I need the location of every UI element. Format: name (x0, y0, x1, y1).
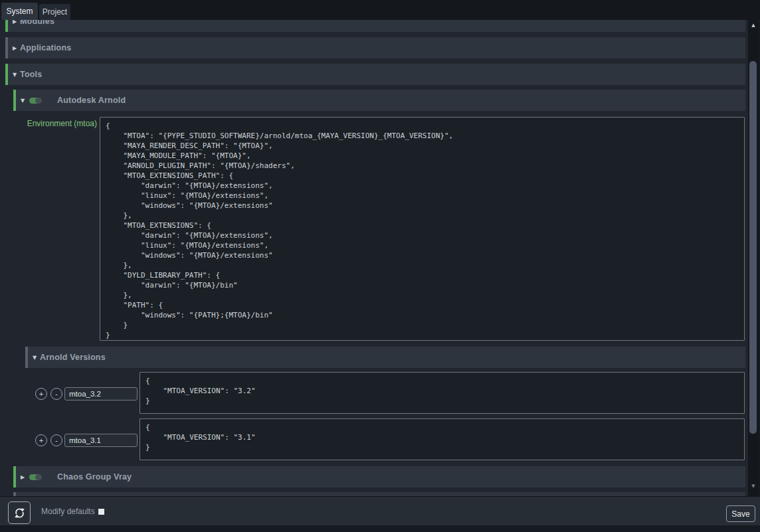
chevron-down-icon: ▼ (16, 98, 28, 104)
environment-mtoa-label: Environment (mtoa) (19, 119, 97, 128)
environment-json-editor[interactable]: { "MTOA": "{PYPE_STUDIO_SOFTWARE}/arnold… (100, 117, 745, 341)
version-json-editor[interactable]: { "MTOA_VERSION": "3.1" } (140, 418, 745, 460)
footer-bar: Modify defaults Save (0, 496, 760, 525)
subsection-title-chaos-group-vray: Chaos Group Vray (57, 472, 132, 482)
version-name-input[interactable] (64, 434, 138, 447)
section-header-modules[interactable]: ▶ Modules (5, 20, 745, 32)
arnold-enabled-toggle[interactable] (29, 98, 41, 104)
modify-defaults-label: Modify defaults (41, 497, 95, 525)
subsection-header-arnold-versions[interactable]: ▼ Arnold Versions (25, 347, 745, 368)
subsection-header-chaos-group-vray[interactable]: ▶ Chaos Group Vray (13, 466, 745, 488)
chevron-down-icon: ▼ (28, 355, 40, 361)
section-modules-clip: ▶ Modules (5, 20, 745, 32)
section-title-tools: Tools (20, 70, 42, 79)
refresh-icon (14, 507, 25, 519)
vertical-scrollbar[interactable]: ▲ ▼ (748, 20, 759, 496)
scrollbar-thumb[interactable] (749, 61, 757, 434)
remove-version-button[interactable]: - (50, 434, 62, 446)
chevron-right-icon: ▶ (8, 20, 20, 25)
version-name-input[interactable] (64, 387, 138, 400)
refresh-button[interactable] (8, 501, 31, 524)
tab-bar: System Project (0, 0, 760, 20)
scroll-down-button[interactable]: ▼ (748, 484, 759, 489)
toggle-knob (35, 474, 42, 480)
chevron-right-icon: ▶ (16, 474, 28, 480)
add-version-button[interactable]: + (35, 388, 47, 400)
chevron-right-icon: ▶ (8, 45, 20, 51)
subsection-title-arnold-versions: Arnold Versions (40, 353, 106, 362)
tab-system[interactable]: System (1, 3, 38, 20)
chevron-down-icon: ▼ (8, 72, 20, 78)
section-title-modules: Modules (20, 20, 54, 26)
settings-window: System Project ▶ Modules ▶ Applications … (0, 0, 760, 532)
subsection-header-autodesk-arnold[interactable]: ▼ Autodesk Arnold (13, 90, 745, 111)
section-header-tools[interactable]: ▼ Tools (5, 64, 745, 85)
tab-system-label: System (6, 7, 33, 16)
scroll-up-button[interactable]: ▲ (748, 23, 759, 28)
section-header-applications[interactable]: ▶ Applications (5, 37, 745, 58)
remove-version-button[interactable]: - (50, 388, 62, 400)
toggle-knob (35, 98, 42, 104)
tab-project-label: Project (43, 7, 67, 17)
vray-enabled-toggle[interactable] (29, 474, 41, 480)
save-button[interactable]: Save (726, 505, 755, 522)
section-title-applications: Applications (20, 43, 71, 52)
tab-project[interactable]: Project (39, 4, 70, 20)
modify-defaults-checkbox[interactable] (98, 509, 104, 515)
add-version-button[interactable]: + (35, 434, 47, 446)
settings-scroll-area: ▶ Modules ▶ Applications ▼ Tools ▼ Autod… (0, 20, 748, 496)
subsection-title-autodesk-arnold: Autodesk Arnold (57, 96, 126, 105)
version-json-editor[interactable]: { "MTOA_VERSION": "3.2" } (140, 372, 745, 414)
